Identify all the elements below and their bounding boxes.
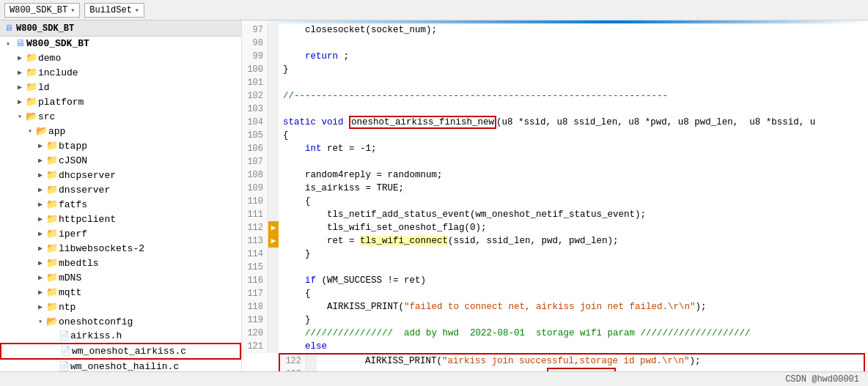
arrow-demo: ▶ <box>15 53 25 62</box>
code-line-106: 106 int ret = -1; <box>242 142 868 155</box>
tree-label-platform: platform <box>38 97 241 108</box>
arrow-mbedtls: ▶ <box>35 259 45 267</box>
code-line-98: 98 <box>242 37 868 50</box>
file-tree: 🖥 W800_SDK_BT ▾ 🖥 W800_SDK_BT ▶ 📁 demo ▶… <box>0 21 242 371</box>
collapse-arrow: ▾ <box>3 40 13 48</box>
tree-label-hailin-c: wm_oneshot_hailin.c <box>70 361 241 371</box>
folder-icon-app: 📂 <box>35 125 48 137</box>
code-line-102: 102 //----------------------------------… <box>242 89 868 103</box>
code-line-118: 118 AIRKISS_PRINT("failed to connect net… <box>242 300 868 313</box>
tree-label-src: src <box>38 111 241 122</box>
sidebar-item-demo[interactable]: ▶ 📁 demo <box>0 51 241 65</box>
c-file-icon-wm-airkiss: 📄 <box>59 346 72 357</box>
tree-label-dnsserver: dnsserver <box>59 185 241 196</box>
sidebar-header: 🖥 W800_SDK_BT <box>0 21 241 37</box>
tree-label-ntp: ntp <box>59 302 241 313</box>
code-line-104: 104 static void oneshot_airkiss_finish_n… <box>242 116 868 129</box>
sidebar-item-mbedtls[interactable]: ▶ 📁 mbedtls <box>0 256 241 270</box>
code-editor[interactable]: 97 closesocket(socket_num); 98 99 return… <box>242 21 868 371</box>
h-file-icon-airkiss: 📄 <box>57 330 70 341</box>
buildset-dropdown-arrow: ▾ <box>135 6 139 15</box>
code-line-115: 115 <box>242 261 868 274</box>
tree-label-wm-airkiss-c: wm_oneshot_airkiss.c <box>72 346 240 357</box>
code-line-120: 120 //////////////// add by hwd 2022-08-… <box>242 327 868 340</box>
code-line-116: 116 if (WM_SUCCESS != ret) <box>242 274 868 287</box>
project-dropdown[interactable]: W800_SDK_BT ▾ <box>4 3 80 18</box>
c-file-icon-hailin: 📄 <box>57 361 70 371</box>
tree-label-mbedtls: mbedtls <box>59 258 241 269</box>
sidebar-item-ntp[interactable]: ▶ 📁 ntp <box>0 300 241 314</box>
tree-label-include: include <box>38 67 241 78</box>
sidebar-item-wm-oneshot-hailin-c[interactable]: 📄 wm_oneshot_hailin.c <box>0 360 241 371</box>
tree-label-mdns: mDNS <box>59 272 241 283</box>
code-line-101: 101 <box>242 76 868 89</box>
sidebar-item-airkiss-h[interactable]: 📄 airkiss.h <box>0 329 241 343</box>
tree-root: ▾ 🖥 W800_SDK_BT ▶ 📁 demo ▶ 📁 include ▶ 📁… <box>0 37 241 371</box>
sidebar-item-httpclient[interactable]: ▶ 📁 httpclient <box>0 212 241 226</box>
sidebar-item-app[interactable]: ▾ 📂 app <box>0 124 241 138</box>
buildset-dropdown[interactable]: BuildSet ▾ <box>84 3 144 18</box>
arrow-iperf: ▶ <box>35 229 45 238</box>
arrow-include: ▶ <box>15 68 25 77</box>
code-line-100: 100 } <box>242 63 868 76</box>
code-line-97: 97 closesocket(socket_num); <box>242 23 868 37</box>
sidebar-item-ld[interactable]: ▶ 📁 ld <box>0 80 241 94</box>
arrow-fatfs: ▶ <box>35 200 45 209</box>
sidebar-item-w800-root[interactable]: ▾ 🖥 W800_SDK_BT <box>0 37 241 51</box>
sidebar-item-oneshotconfig[interactable]: ▾ 📂 oneshotconfig <box>0 314 241 329</box>
folder-icon-dhcpserver: 📁 <box>45 169 59 181</box>
sidebar-item-include[interactable]: ▶ 📁 include <box>0 65 241 80</box>
sidebar-item-btapp[interactable]: ▶ 📁 btapp <box>0 138 241 153</box>
tree-label-airkiss-h: airkiss.h <box>70 330 241 341</box>
code-line-105: 105 { <box>242 129 868 142</box>
sidebar-item-src[interactable]: ▾ 📂 src <box>0 109 241 124</box>
folder-icon-platform: 📁 <box>25 96 38 108</box>
arrow-httpclient: ▶ <box>35 215 45 223</box>
tree-label-cjson: cJSON <box>59 155 241 166</box>
code-line-123: 123 WriteWifiParam(wifi_configed); 保存配网信… <box>279 368 865 371</box>
tree-label-fatfs: fatfs <box>59 199 241 210</box>
code-line-110: 110 { <box>242 195 868 208</box>
statusbar: CSDN @hwd00001 <box>0 371 868 386</box>
code-line-109: 109 is_airkiss = TRUE; <box>242 182 868 195</box>
tree-label-oneshotconfig: oneshotconfig <box>59 316 241 327</box>
tree-label-dhcpserver: dhcpserver <box>59 170 241 181</box>
annotation-save-wifi: 保存配网信息 <box>547 368 616 371</box>
sidebar-item-mdns[interactable]: ▶ 📁 mDNS <box>0 270 241 285</box>
tree-label-httpclient: httpclient <box>59 214 241 225</box>
sidebar-item-dnsserver[interactable]: ▶ 📁 dnsserver <box>0 182 241 197</box>
arrow-mdns: ▶ <box>35 273 45 282</box>
folder-icon-iperf: 📁 <box>45 228 59 240</box>
sidebar-item-mqtt[interactable]: ▶ 📁 mqtt <box>0 285 241 300</box>
project-label: W800_SDK_BT <box>10 5 67 15</box>
code-line-103: 103 <box>242 103 868 116</box>
folder-icon-httpclient: 📁 <box>45 213 59 225</box>
folder-icon-mbedtls: 📁 <box>45 257 59 269</box>
folder-icon-cjson: 📁 <box>45 155 59 166</box>
tree-label-btapp: btapp <box>59 141 241 152</box>
arrow-mqtt: ▶ <box>35 288 45 297</box>
folder-icon-btapp: 📁 <box>45 140 59 152</box>
folder-icon-ld: 📁 <box>25 81 38 93</box>
folder-icon-demo: 📁 <box>25 52 38 64</box>
code-line-108: 108 random4reply = randomnum; <box>242 168 868 182</box>
sidebar-item-iperf[interactable]: ▶ 📁 iperf <box>0 226 241 241</box>
folder-icon-src: 📂 <box>25 111 38 122</box>
sidebar-item-platform[interactable]: ▶ 📁 platform <box>0 94 241 109</box>
folder-icon-libwebsockets: 📁 <box>45 242 59 254</box>
code-line-107: 107 <box>242 155 868 168</box>
sidebar-item-cjson[interactable]: ▶ 📁 cJSON <box>0 153 241 168</box>
code-line-119: 119 } <box>242 313 868 327</box>
sidebar-item-fatfs[interactable]: ▶ 📁 fatfs <box>0 197 241 212</box>
sidebar-item-libwebsockets[interactable]: ▶ 📁 libwebsockets-2 <box>0 241 241 256</box>
project-dropdown-arrow: ▾ <box>70 6 75 15</box>
tree-label-app: app <box>48 126 241 137</box>
code-line-113: 113 ▶ ret = tls_wifi_connect(ssid, ssid_… <box>242 234 868 248</box>
tree-label-mqtt: mqtt <box>59 287 241 298</box>
code-line-117: 117 { <box>242 287 868 300</box>
arrow-libwebsockets: ▶ <box>35 244 45 253</box>
sidebar-item-dhcpserver[interactable]: ▶ 📁 dhcpserver <box>0 168 241 182</box>
monitor-icon: 🖥 <box>4 23 13 34</box>
debug-arrow-113: ▶ <box>268 234 279 248</box>
sidebar-item-wm-oneshot-airkiss-c[interactable]: 📄 wm_oneshot_airkiss.c <box>0 343 241 360</box>
